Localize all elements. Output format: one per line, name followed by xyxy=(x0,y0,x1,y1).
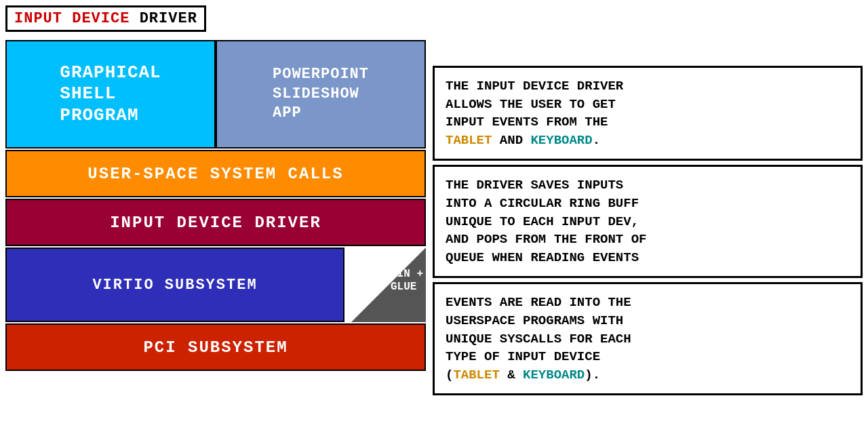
info-box-1: THE INPUT DEVICE DRIVER ALLOWS THE USER … xyxy=(433,66,863,161)
box-painglue: PAIN +GLUE xyxy=(344,248,426,322)
bar-inputdriver: INPUT DEVICE DRIVER xyxy=(5,199,426,246)
title-part2: DRIVER xyxy=(130,10,197,27)
right-column: THE INPUT DEVICE DRIVER ALLOWS THE USER … xyxy=(433,66,863,395)
pci-label: PCI SUBSYSTEM xyxy=(143,338,288,357)
graphical-shell-label: GRAPHICALSHELLPROGRAM xyxy=(60,62,161,126)
title-part1: INPUT DEVICE xyxy=(14,10,130,27)
page: INPUT DEVICE DRIVER GRAPHICALSHELLPROGRA… xyxy=(0,0,868,434)
virtio-label: VIRTIO SUBSYSTEM xyxy=(92,277,257,294)
info-box-2: THE DRIVER SAVES INPUTS INTO A CIRCULAR … xyxy=(433,165,863,278)
keyboard-highlight-1: KEYBOARD xyxy=(530,133,592,148)
tablet-highlight-1: TABLET xyxy=(446,133,492,148)
userspace-label: USER-SPACE SYSTEM CALLS xyxy=(87,165,343,183)
inputdriver-label: INPUT DEVICE DRIVER xyxy=(110,214,321,232)
info-box-3: EVENTS ARE READ INTO THE USERSPACE PROGR… xyxy=(433,282,863,395)
box-virtio: VIRTIO SUBSYSTEM xyxy=(5,248,344,322)
tablet-highlight-2: TABLET xyxy=(453,368,499,382)
top-boxes: GRAPHICALSHELLPROGRAM POWERPOINTSLIDESHO… xyxy=(5,40,426,149)
main-layout: GRAPHICALSHELLPROGRAM POWERPOINTSLIDESHO… xyxy=(5,40,863,395)
box-powerpoint: POWERPOINTSLIDESHOWAPP xyxy=(216,40,426,149)
info-text-1: THE INPUT DEVICE DRIVER ALLOWS THE USER … xyxy=(446,77,850,149)
bar-userspace: USER-SPACE SYSTEM CALLS xyxy=(5,150,426,197)
bar-pci: PCI SUBSYSTEM xyxy=(5,323,426,371)
painglue-label: PAIN +GLUE xyxy=(384,268,423,294)
left-column: GRAPHICALSHELLPROGRAM POWERPOINTSLIDESHO… xyxy=(5,40,426,395)
box-graphical-shell: GRAPHICALSHELLPROGRAM xyxy=(5,40,216,149)
title-bar: INPUT DEVICE DRIVER xyxy=(5,5,206,32)
info-text-2: THE DRIVER SAVES INPUTS INTO A CIRCULAR … xyxy=(446,176,850,267)
powerpoint-label: POWERPOINTSLIDESHOWAPP xyxy=(273,65,369,123)
info-text-3: EVENTS ARE READ INTO THE USERSPACE PROGR… xyxy=(446,294,850,384)
keyboard-highlight-2: KEYBOARD xyxy=(523,368,585,382)
bottom-row: VIRTIO SUBSYSTEM PAIN +GLUE xyxy=(5,248,426,322)
